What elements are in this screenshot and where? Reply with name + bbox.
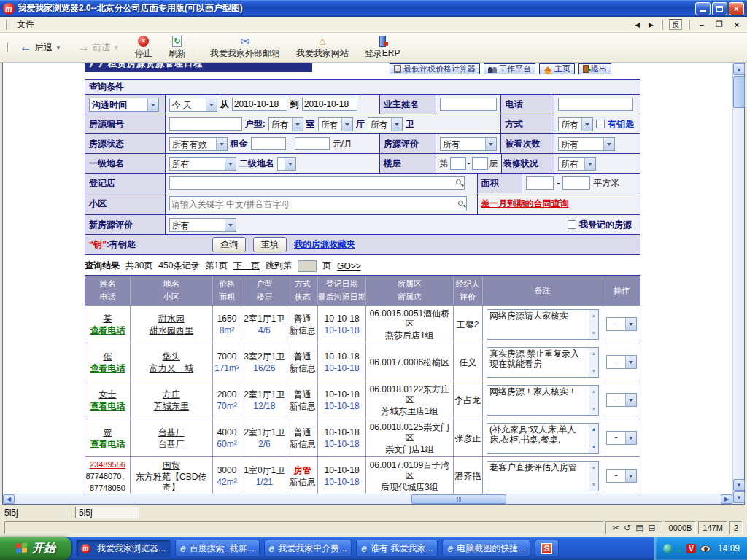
note-textarea[interactable]: 网络房源！家人核实！▲▼ (487, 385, 599, 416)
view-phone-link[interactable]: 查看电话 (90, 439, 125, 449)
tray-download-icon[interactable]: ↓ (677, 544, 682, 553)
note-scrollbar[interactable]: ▲▼ (589, 424, 598, 453)
dropdown-arrow-icon[interactable] (625, 470, 636, 482)
owner-link[interactable]: 催 (103, 351, 112, 362)
reset-button[interactable]: 重填 (253, 237, 287, 252)
favorites-link[interactable]: 我的房源收藏夹 (294, 238, 355, 251)
rent-min-input[interactable] (251, 137, 286, 150)
taskbar-task-screenshot[interactable]: e 电脑截图的快捷... (442, 540, 530, 557)
note-scrollbar[interactable]: ▲▼ (589, 386, 598, 415)
estate-link[interactable]: 芳城东里 (154, 401, 189, 411)
horizontal-scrollbar[interactable]: ◀ ▶ (3, 494, 732, 504)
dropdown-arrow-icon[interactable] (625, 356, 636, 368)
date-to-input[interactable] (302, 98, 357, 111)
jump-page-input[interactable] (298, 260, 317, 272)
scissors-icon[interactable]: ✂ (610, 523, 622, 533)
child-minimize-button[interactable]: – (696, 19, 708, 30)
website-button[interactable]: ⌂ 我爱我家网站 (292, 34, 353, 62)
dropdown-arrow-icon[interactable] (147, 98, 158, 111)
hall-select[interactable]: 所有 (318, 117, 353, 131)
view-phone-link[interactable]: 查看电话 (90, 363, 125, 373)
dropdown-arrow-icon[interactable] (584, 158, 595, 170)
nav-forward-icon[interactable]: ▶ (647, 21, 655, 28)
minimize-button[interactable] (695, 2, 711, 15)
vertical-scrollbar[interactable]: ▲ ▼ ▼ (732, 63, 744, 504)
dropdown-arrow-icon[interactable] (603, 138, 614, 150)
status-select[interactable]: 所有有效 (169, 137, 228, 151)
taskbar-task-whohas[interactable]: e 谁有 我爱我家... (356, 540, 438, 557)
tax-calculator-button[interactable]: 最低评税价格计算器 (390, 63, 480, 74)
comm-time-select[interactable]: 沟通时间 (89, 98, 159, 112)
horizontal-scroll-thumb[interactable] (411, 494, 506, 504)
taskbar-task-baidu[interactable]: e 百度搜索_截屏... (175, 540, 259, 557)
owner-link[interactable]: 女士 (98, 389, 116, 400)
action-select[interactable]: - (606, 355, 637, 369)
homepage-button[interactable]: 主页 (539, 63, 575, 74)
menu-file[interactable]: 文件 (12, 18, 39, 31)
page-icon[interactable]: ▤ (633, 523, 646, 533)
stop-button[interactable]: ✕ 停止 (131, 34, 157, 62)
next-page-link[interactable]: 下一页 (233, 260, 260, 272)
note-scrollbar[interactable]: ▲▼ (589, 310, 598, 339)
restore-button[interactable] (712, 2, 727, 15)
note-textarea[interactable]: 网络房源请大家核实▲▼ (487, 309, 599, 340)
dropdown-arrow-icon[interactable] (625, 318, 636, 330)
estate-link[interactable]: 富力又一城 (150, 363, 193, 373)
work-platform-button[interactable]: 工作平台 (484, 63, 535, 74)
estate-link[interactable]: 甜水园西里 (150, 325, 193, 335)
go-link[interactable]: GO>> (337, 261, 361, 271)
area-max-input[interactable] (562, 176, 590, 190)
expiring-contract-link[interactable]: 差一月到期的合同查询 (481, 198, 569, 210)
phone-input[interactable] (558, 98, 633, 111)
external-mail-button[interactable]: ✉ 我爱我家外部邮箱 (206, 34, 285, 62)
estate-link[interactable]: 东方雅苑【CBD传奇】 (131, 472, 212, 492)
close-button[interactable]: × (729, 2, 744, 15)
scroll-up-button[interactable]: ▲ (733, 63, 745, 75)
date-range-select[interactable]: 今 天 (169, 98, 217, 112)
district1-select[interactable]: 所有 (169, 157, 236, 171)
taskbar-clock[interactable]: 14:09 (718, 543, 740, 553)
search-button[interactable]: 查询 (212, 237, 246, 252)
child-restore-button[interactable]: ❐ (713, 19, 725, 30)
dropdown-arrow-icon[interactable] (292, 118, 303, 131)
forward-button[interactable]: → 前进 ▼ (73, 39, 123, 56)
scroll-left-button[interactable]: ◀ (3, 494, 15, 504)
child-close-button[interactable]: × (731, 19, 743, 30)
estate-link[interactable]: 台基厂 (158, 439, 185, 449)
dropdown-arrow-icon[interactable] (225, 219, 236, 231)
taskbar-task-browser[interactable]: m 我爱我家浏览器... (76, 540, 171, 557)
tray-eye-icon[interactable] (700, 545, 711, 552)
place-link[interactable]: 甜水园 (158, 314, 185, 324)
room-select[interactable]: 所有 (268, 117, 303, 131)
action-select[interactable]: - (606, 393, 637, 407)
view-phone-link[interactable]: 查看电话 (90, 401, 125, 411)
dropdown-arrow-icon[interactable] (625, 394, 636, 406)
decoration-select[interactable]: 所有 (558, 157, 596, 171)
district2-select[interactable] (277, 157, 296, 171)
back-button[interactable]: ← 后退 ▼ (15, 39, 66, 56)
tray-v-icon[interactable]: V (686, 544, 696, 553)
floor-max-input[interactable] (472, 157, 488, 170)
note-textarea[interactable]: 老客户直接评估入房管▲▼ (487, 461, 599, 491)
place-link[interactable]: 垡头 (163, 351, 180, 362)
taskbar-task-fee[interactable]: e 我爱我家中介费... (264, 540, 352, 557)
note-scrollbar[interactable]: ▲▼ (589, 348, 598, 377)
back-dropdown-icon[interactable]: ▼ (55, 44, 61, 51)
place-link[interactable]: 台基厂 (158, 427, 185, 438)
views-select[interactable]: 所有 (558, 137, 615, 151)
xiaoqu-search-input[interactable] (169, 196, 467, 211)
login-erp-button[interactable]: 登录ERP (360, 34, 405, 62)
dropdown-arrow-icon[interactable] (285, 158, 295, 170)
search-icon[interactable] (458, 201, 463, 206)
store-search-input[interactable] (169, 176, 465, 190)
window-icon[interactable]: ⊟ (646, 523, 657, 533)
owner-link[interactable]: 贾 (103, 427, 112, 438)
tray-sphere-icon[interactable] (663, 544, 673, 553)
dropdown-arrow-icon[interactable] (341, 118, 352, 131)
place-link[interactable]: 国贸 (163, 460, 180, 470)
dropdown-arrow-icon[interactable] (485, 138, 496, 150)
dropdown-arrow-icon[interactable] (391, 118, 402, 131)
scroll-down-button-2[interactable]: ▼ (733, 491, 745, 503)
rent-max-input[interactable] (295, 137, 330, 150)
haskey-link[interactable]: 有钥匙 (608, 118, 634, 131)
